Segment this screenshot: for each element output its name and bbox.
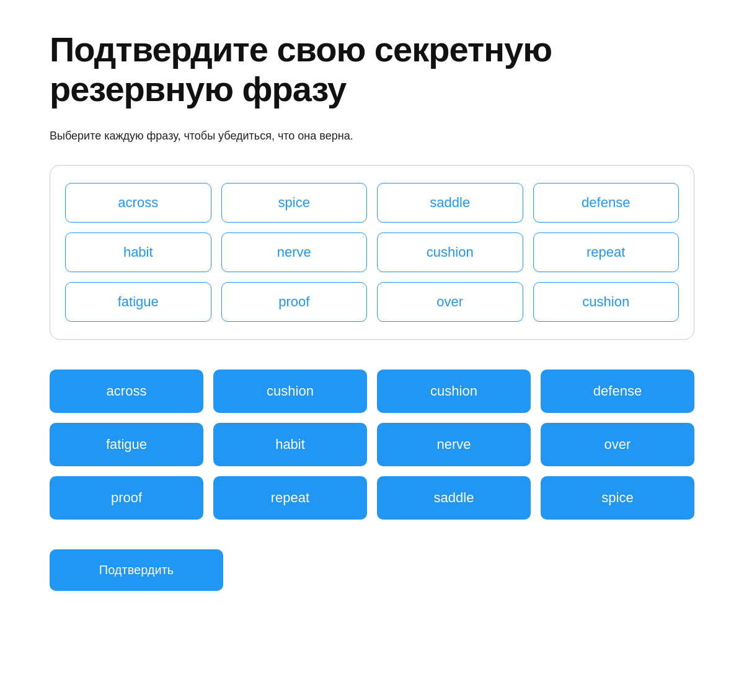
selection-chip[interactable]: across [65,183,211,223]
selection-chip[interactable]: cushion [533,282,680,322]
confirm-button[interactable]: Подтвердить [50,549,223,591]
available-chip[interactable]: fatigue [50,423,203,466]
available-chip[interactable]: saddle [377,476,531,520]
available-chip[interactable]: proof [50,476,203,520]
selection-chip[interactable]: repeat [533,233,680,272]
selection-chip[interactable]: spice [221,183,368,223]
available-chip[interactable]: cushion [213,370,367,413]
available-chip[interactable]: over [541,423,694,466]
available-chip[interactable]: cushion [377,370,531,413]
selection-chip[interactable]: fatigue [65,282,211,322]
selection-chip[interactable]: habit [65,233,211,272]
available-grid: acrosscushioncushiondefensefatiguehabitn… [50,370,694,520]
page-title: Подтвердите свою секретную резервную фра… [50,30,694,110]
available-chip[interactable]: spice [541,476,694,520]
available-chip[interactable]: defense [541,370,694,413]
available-chip[interactable]: across [50,370,203,413]
selection-chip[interactable]: over [377,282,523,322]
available-chip[interactable]: nerve [377,423,531,466]
selection-chip[interactable]: cushion [377,233,523,272]
selection-grid: acrossspicesaddledefensehabitnervecushio… [65,183,679,322]
selection-chip[interactable]: saddle [377,183,523,223]
selection-box: acrossspicesaddledefensehabitnervecushio… [50,165,694,340]
available-chip[interactable]: habit [213,423,367,466]
available-chip[interactable]: repeat [213,476,367,520]
selection-chip[interactable]: proof [221,282,368,322]
selection-chip[interactable]: defense [533,183,680,223]
selection-chip[interactable]: nerve [221,233,368,272]
subtitle: Выберите каждую фразу, чтобы убедиться, … [50,130,694,143]
